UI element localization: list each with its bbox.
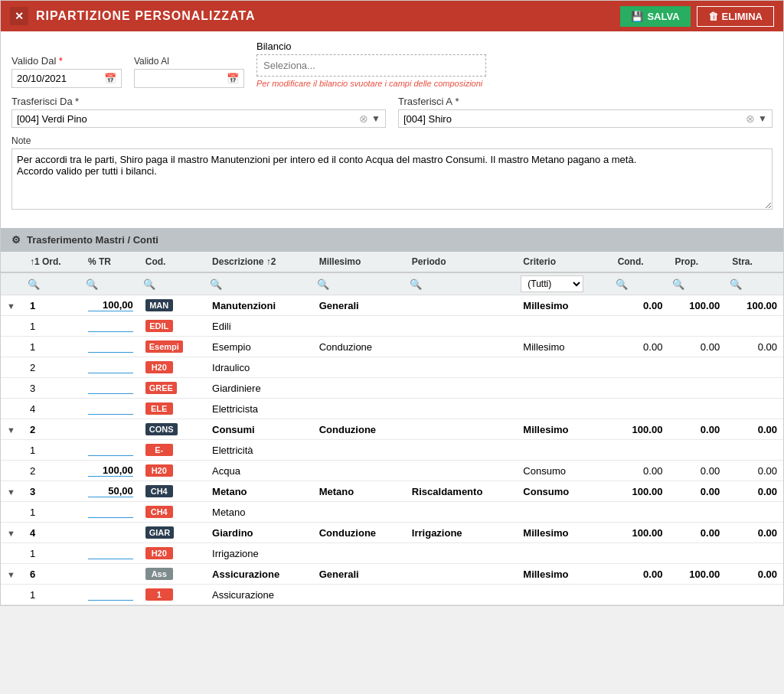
toggle-icon[interactable]: ▼ [7, 301, 15, 311]
calendar-icon[interactable]: 📅 [104, 73, 116, 84]
toggle-icon[interactable]: ▼ [7, 529, 15, 538]
cond-cell: 100.00 [612, 419, 669, 440]
trasferisci-a-input[interactable] [403, 113, 746, 125]
section-icon: ⚙ [11, 234, 21, 246]
salva-button[interactable]: 💾 SALVA [620, 6, 690, 27]
prop-cell: 0.00 [668, 337, 726, 357]
toggle-icon[interactable]: ▼ [7, 425, 15, 435]
prop-cell [668, 316, 726, 337]
prop-cell [668, 399, 726, 419]
desc-cell: Giardiniere [206, 378, 313, 399]
table-row: ▼1100,00MANManutenzioniGeneraliMillesimo… [1, 295, 783, 316]
ord-cell: 1 [24, 337, 82, 357]
toggle-icon[interactable]: ▼ [7, 570, 15, 579]
elimina-button[interactable]: 🗑 ELIMINA [697, 6, 774, 27]
stra-cell [726, 543, 783, 564]
criterio-cell: Millesimo [517, 523, 611, 543]
close-button[interactable]: ✕ [10, 7, 28, 25]
periodo-cell: Irrigazione [406, 523, 517, 543]
code-badge: ELE [145, 402, 173, 415]
table-wrap: ↑1 Ord. % TR Cod. Descrizione ↑2 Millesi… [1, 252, 783, 605]
prop-cell: 0.00 [668, 523, 726, 543]
filter-criterio-cell: (Tutti) Millesimo Consumo [517, 272, 611, 295]
pct-cell [82, 585, 139, 605]
table-row: 2 H20Idraulico [1, 357, 783, 378]
cond-cell [612, 543, 669, 564]
search-icon-stra: 🔍 [730, 279, 742, 290]
section-title: Trasferimento Mastri / Conti [27, 234, 158, 246]
prop-cell [668, 502, 726, 523]
pct-cell [82, 399, 139, 419]
code-badge: GIAR [145, 526, 175, 539]
ord-cell: 4 [24, 523, 82, 543]
toggle-cell[interactable]: ▼ [1, 564, 24, 585]
search-icon-millesimo: 🔍 [317, 279, 329, 290]
calendar-icon-2[interactable]: 📅 [227, 73, 239, 84]
dropdown-icon-da[interactable]: ▼ [371, 113, 381, 124]
header-left: ✕ RIPARTIZIONE PERSONALIZZATA [10, 7, 256, 25]
bilancio-input[interactable] [256, 54, 486, 77]
prop-cell [668, 543, 726, 564]
table-row: 1 H20Irrigazione [1, 543, 783, 564]
badge-cell: 1 [139, 585, 206, 605]
criterio-cell: Millesimo [517, 337, 611, 357]
filter-row: 🔍 🔍 🔍 🔍 🔍 🔍 [1, 272, 783, 295]
toggle-cell[interactable]: ▼ [1, 523, 24, 543]
valido-dal-input-wrap: 📅 [11, 69, 122, 88]
criterio-cell: Consumo [517, 461, 611, 481]
note-textarea[interactable]: Per accordi tra le parti, Shiro paga il … [11, 148, 773, 210]
stra-cell [726, 585, 783, 605]
badge-cell: GIAR [139, 523, 206, 543]
toggle-icon[interactable]: ▼ [7, 487, 15, 497]
cond-cell: 0.00 [612, 564, 669, 585]
dropdown-icon-a[interactable]: ▼ [758, 113, 767, 124]
cond-cell: 100.00 [612, 523, 669, 543]
code-badge: 1 [145, 588, 173, 601]
prop-cell [668, 357, 726, 378]
search-icon-desc: 🔍 [210, 279, 222, 290]
valido-al-input[interactable] [139, 73, 224, 84]
stra-cell: 100.00 [726, 295, 783, 316]
desc-cell: Metano [206, 502, 313, 523]
millesimo-cell: Metano [313, 481, 406, 502]
ord-cell: 1 [24, 440, 82, 461]
desc-cell: Assicurazione [206, 564, 313, 585]
section-header: ⚙ Trasferimento Mastri / Conti [1, 228, 783, 252]
stra-cell [726, 316, 783, 337]
bilancio-note: Per modificare il bilancio svuotare i ca… [256, 79, 773, 88]
pct-cell: 100,00 [82, 295, 139, 316]
table-row: 1 CH4Metano [1, 502, 783, 523]
search-icon-prop: 🔍 [672, 279, 684, 290]
trasferisci-da-input[interactable] [17, 113, 359, 125]
prop-cell: 0.00 [668, 419, 726, 440]
millesimo-cell [313, 378, 406, 399]
toggle-cell[interactable]: ▼ [1, 419, 24, 440]
toggle-cell [1, 585, 24, 605]
filter-prop-cell: 🔍 [668, 272, 726, 295]
badge-cell: E- [139, 440, 206, 461]
table-row: ▼2CONSConsumiConduzioneMillesimo100.000.… [1, 419, 783, 440]
code-badge: H20 [145, 361, 173, 373]
criterio-cell: Consumo [517, 481, 611, 502]
criterio-cell [517, 357, 611, 378]
trasferisci-a-wrap: ⊗ ▼ [398, 109, 773, 128]
search-icon-cond: 🔍 [616, 279, 628, 290]
code-badge: E- [145, 444, 173, 456]
criterio-filter-select[interactable]: (Tutti) Millesimo Consumo [521, 275, 583, 292]
millesimo-cell [313, 502, 406, 523]
clear-icon-da[interactable]: ⊗ [359, 112, 368, 125]
table-row: 2100,00H20AcquaConsumo0.000.000.00 [1, 461, 783, 481]
stra-cell: 0.00 [726, 461, 783, 481]
pct-cell [82, 523, 139, 543]
toggle-cell[interactable]: ▼ [1, 481, 24, 502]
criterio-cell [517, 502, 611, 523]
toggle-cell[interactable]: ▼ [1, 295, 24, 316]
valido-dal-input[interactable] [17, 73, 101, 84]
criterio-cell [517, 399, 611, 419]
pct-cell [82, 564, 139, 585]
col-cod: Cod. [139, 252, 206, 272]
criterio-cell [517, 378, 611, 399]
trasferisci-row: Trasferisci Da * ⊗ ▼ Trasferisci A * ⊗ ▼ [11, 96, 773, 128]
clear-icon-a[interactable]: ⊗ [746, 112, 755, 125]
cond-cell: 0.00 [612, 461, 669, 481]
